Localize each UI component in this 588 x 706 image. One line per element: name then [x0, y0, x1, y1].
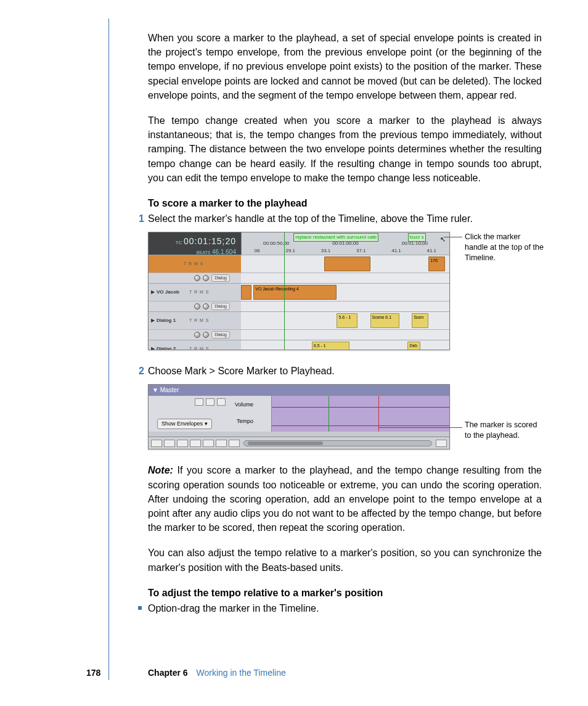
figure-timeline: TC 00:01:15;20 BEATS 46.1.604 replace re… — [148, 232, 450, 350]
clip-d1-b: Scene 6.1 — [370, 313, 399, 328]
figure-2-wrap: ▼ Master Show Envelopes ▾ Volume Tempo — [148, 384, 542, 449]
clip-orange-170: 170 — [428, 257, 445, 271]
ruler-b-2: 33.1 — [321, 247, 331, 255]
callout-2-line — [379, 427, 462, 428]
ruler-timecodes: 00:00:50;00 00:01:00;00 00:01:10;00 — [242, 240, 449, 247]
master-left: Show Envelopes ▾ Volume Tempo — [149, 396, 272, 432]
track-btns-3: T R M S — [189, 346, 211, 350]
show-envelopes-button: Show Envelopes ▾ — [157, 419, 212, 429]
note-label: Note: — [148, 465, 173, 475]
step-1-number: 1 — [136, 211, 148, 226]
track-btns: T R M S — [184, 261, 206, 267]
track-3-lane: 6.5 - 1 Deb — [241, 340, 449, 350]
clip-orange-main — [324, 257, 370, 271]
master-header: ▼ Master — [149, 385, 449, 396]
playhead-line-1 — [284, 232, 285, 350]
chapter-title: Working in the Timeline — [196, 668, 285, 678]
label-tempo: Tempo — [237, 417, 253, 425]
paragraph-1: When you score a marker to the playhead,… — [148, 31, 542, 102]
track-head-vo: ▶VO Jacob T R M S — [149, 284, 241, 301]
bullet-1: Option-drag the marker in the Timeline. — [148, 601, 542, 615]
heading-score-marker: To score a marker to the playhead — [148, 196, 542, 210]
ruler-beats: 06 29.1 33.1 37.1 41.1 41.1 — [242, 247, 449, 255]
h-scrollbar — [243, 440, 432, 446]
step-1-text: Select the marker's handle at the top of… — [148, 211, 473, 226]
chapter-label: Chapter 6 Working in the Timeline — [148, 667, 286, 679]
beats-value: 46.1.604 — [212, 248, 236, 255]
clip-d2-b: Deb — [407, 342, 420, 350]
note-text: If you score a marker to the playhead, a… — [148, 465, 542, 533]
clip-d1-c: Scen — [412, 313, 428, 328]
clip-vo-main: VO Jacob Recording 4 — [253, 285, 337, 300]
timecode-value: 00:01:15;20 — [184, 236, 236, 246]
ruler-tc-0: 00:00:50;00 — [263, 240, 289, 247]
step-2: 2 Choose Mark > Score Marker to Playhead… — [148, 364, 542, 378]
track-3-name: Dialog 2 — [157, 345, 187, 350]
marker-line-red — [378, 396, 379, 432]
timecode-box: TC 00:01:15;20 BEATS 46.1.604 — [149, 232, 241, 255]
bottom-toolbar — [149, 437, 449, 449]
envelope-volume — [272, 407, 449, 408]
track-2-lane: 5.6 - 1 Scene 6.1 Scen — [241, 312, 449, 329]
heading-adjust-tempo: To adjust the tempo relative to a marker… — [148, 586, 542, 600]
paragraph-2: The tempo change created when you score … — [148, 113, 542, 185]
ruler-b-3: 37.1 — [356, 247, 366, 255]
page-number: 178 — [86, 667, 100, 679]
envelope-tempo — [272, 425, 449, 426]
ruler-b-0: 06 — [255, 247, 260, 255]
clip-d2-a: 6.5 - 1 — [312, 342, 349, 350]
bullet-1-text: Option-drag the marker in the Timeline. — [148, 601, 319, 615]
dialog-pill-2: Dialog — [211, 331, 230, 339]
ruler-tc-1: 00:01:00;00 — [332, 240, 358, 247]
dialog-pill-1: Dialog — [211, 303, 230, 310]
callout-2: The marker is scored to the playhead. — [465, 420, 545, 441]
track-btns-2: T R M S — [189, 318, 211, 324]
step-2-number: 2 — [136, 364, 148, 378]
track-0-lane: 170 — [241, 255, 449, 273]
track-1-lane: VO Jacob Recording 4 — [241, 284, 449, 301]
figure-master-envelope: ▼ Master Show Envelopes ▾ Volume Tempo — [148, 384, 450, 449]
master-lane — [272, 396, 449, 432]
note-paragraph: Note: If you score a marker to the playh… — [148, 463, 542, 535]
margin-rule — [108, 18, 109, 680]
callout-1: Click the marker handle at the top of th… — [465, 232, 545, 263]
page-footer: 178 Chapter 6 Working in the Timeline — [0, 667, 588, 681]
callout-1-line — [444, 237, 462, 237]
bullet-square-icon — [138, 606, 142, 610]
paragraph-3: You can also adjust the tempo relative t… — [148, 546, 542, 574]
page-content: When you score a marker to the playhead,… — [148, 31, 542, 619]
track-head-selected: T R M S — [149, 255, 241, 273]
chapter-number: Chapter 6 — [148, 668, 188, 678]
ruler-b-5: 41.1 — [427, 247, 437, 255]
track-head-d2: ▶Dialog 2 T R M S — [149, 340, 241, 350]
time-ruler: replace restaurant with surround cafe bu… — [241, 232, 449, 255]
track-head-d1: ▶Dialog 1 T R M S — [149, 312, 241, 329]
dialog-pill-0: Dialog — [211, 274, 230, 282]
label-volume: Volume — [235, 401, 253, 409]
track-btns-1: T R M S — [189, 289, 211, 295]
clip-d1-a: 5.6 - 1 — [337, 313, 357, 328]
ruler-tc-2: 00:01:10;00 — [402, 240, 428, 247]
step-1: 1 Select the marker's handle at the top … — [148, 211, 542, 226]
playhead-line-2 — [329, 396, 329, 432]
ruler-b-1: 29.1 — [285, 247, 295, 255]
tc-label: TC — [176, 240, 182, 245]
track-2-name: Dialog 1 — [157, 317, 187, 324]
beats-label: BEATS — [197, 250, 210, 255]
figure-1-wrap: TC 00:01:15;20 BEATS 46.1.604 replace re… — [148, 232, 542, 350]
ruler-b-4: 41.1 — [391, 247, 401, 255]
track-1-name: VO Jacob — [157, 289, 187, 296]
step-2-text: Choose Mark > Score Marker to Playhead. — [148, 364, 335, 378]
clip-vo-a — [241, 285, 251, 300]
